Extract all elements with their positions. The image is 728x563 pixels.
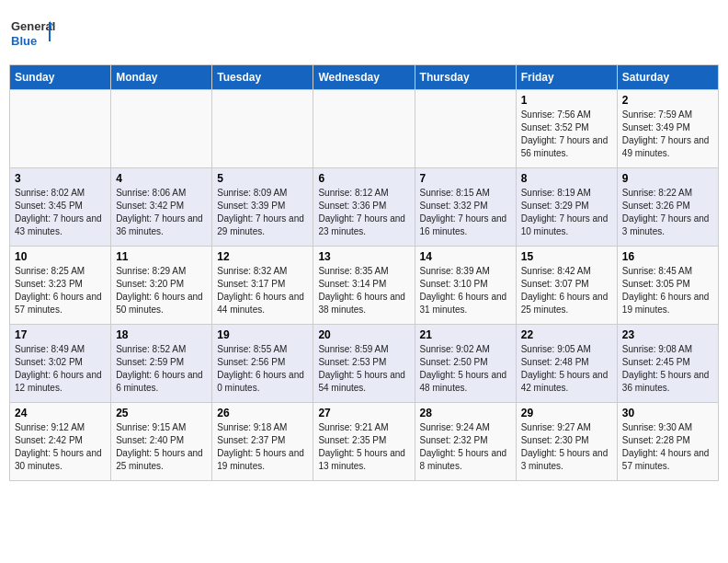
calendar-cell: 20Sunrise: 8:59 AM Sunset: 2:53 PM Dayli… bbox=[313, 325, 415, 403]
day-number: 12 bbox=[217, 250, 308, 263]
calendar-cell: 9Sunrise: 8:22 AM Sunset: 3:26 PM Daylig… bbox=[617, 168, 718, 247]
day-info: Sunrise: 8:25 AM Sunset: 3:23 PM Dayligh… bbox=[15, 265, 106, 316]
day-number: 17 bbox=[15, 328, 106, 341]
calendar-cell: 4Sunrise: 8:06 AM Sunset: 3:42 PM Daylig… bbox=[111, 168, 212, 247]
day-number: 3 bbox=[15, 172, 106, 185]
day-number: 4 bbox=[116, 172, 207, 185]
day-info: Sunrise: 7:56 AM Sunset: 3:52 PM Dayligh… bbox=[521, 109, 612, 160]
calendar-week-row: 3Sunrise: 8:02 AM Sunset: 3:45 PM Daylig… bbox=[10, 168, 719, 247]
svg-text:General: General bbox=[11, 19, 55, 33]
calendar-cell: 26Sunrise: 9:18 AM Sunset: 2:37 PM Dayli… bbox=[212, 403, 313, 481]
day-number: 28 bbox=[420, 407, 511, 419]
day-info: Sunrise: 8:22 AM Sunset: 3:26 PM Dayligh… bbox=[622, 187, 713, 238]
calendar-cell: 25Sunrise: 9:15 AM Sunset: 2:40 PM Dayli… bbox=[111, 403, 212, 481]
calendar-cell: 29Sunrise: 9:27 AM Sunset: 2:30 PM Dayli… bbox=[516, 403, 617, 481]
day-info: Sunrise: 7:59 AM Sunset: 3:49 PM Dayligh… bbox=[622, 109, 713, 160]
day-info: Sunrise: 8:09 AM Sunset: 3:39 PM Dayligh… bbox=[217, 187, 308, 238]
day-info: Sunrise: 9:18 AM Sunset: 2:37 PM Dayligh… bbox=[217, 421, 308, 473]
logo-svg: General Blue bbox=[9, 14, 55, 55]
day-number: 6 bbox=[318, 172, 409, 185]
calendar-week-row: 1Sunrise: 7:56 AM Sunset: 3:52 PM Daylig… bbox=[10, 90, 719, 168]
day-number: 10 bbox=[15, 250, 106, 263]
calendar-cell: 8Sunrise: 8:19 AM Sunset: 3:29 PM Daylig… bbox=[516, 168, 617, 247]
day-info: Sunrise: 8:32 AM Sunset: 3:17 PM Dayligh… bbox=[217, 265, 308, 316]
day-number: 8 bbox=[521, 172, 612, 185]
day-info: Sunrise: 9:30 AM Sunset: 2:28 PM Dayligh… bbox=[622, 421, 713, 473]
day-info: Sunrise: 8:19 AM Sunset: 3:29 PM Dayligh… bbox=[521, 187, 612, 238]
day-number: 25 bbox=[116, 407, 207, 419]
day-number: 19 bbox=[217, 328, 308, 341]
calendar-week-row: 10Sunrise: 8:25 AM Sunset: 3:23 PM Dayli… bbox=[10, 247, 719, 325]
day-number: 16 bbox=[622, 250, 713, 263]
day-number: 13 bbox=[318, 250, 409, 263]
calendar-cell bbox=[10, 90, 111, 168]
calendar-cell bbox=[212, 90, 313, 168]
header: General Blue bbox=[9, 9, 719, 55]
day-info: Sunrise: 8:35 AM Sunset: 3:14 PM Dayligh… bbox=[318, 265, 409, 316]
calendar-header-row: SundayMondayTuesdayWednesdayThursdayFrid… bbox=[10, 65, 719, 90]
day-number: 15 bbox=[521, 250, 612, 263]
calendar-cell: 21Sunrise: 9:02 AM Sunset: 2:50 PM Dayli… bbox=[415, 325, 516, 403]
calendar-week-row: 24Sunrise: 9:12 AM Sunset: 2:42 PM Dayli… bbox=[10, 403, 719, 481]
day-info: Sunrise: 9:27 AM Sunset: 2:30 PM Dayligh… bbox=[521, 421, 612, 473]
calendar-cell: 23Sunrise: 9:08 AM Sunset: 2:45 PM Dayli… bbox=[617, 325, 718, 403]
day-number: 22 bbox=[521, 328, 612, 341]
day-number: 21 bbox=[420, 328, 511, 341]
calendar-cell: 5Sunrise: 8:09 AM Sunset: 3:39 PM Daylig… bbox=[212, 168, 313, 247]
calendar-header-saturday: Saturday bbox=[617, 65, 718, 90]
calendar-week-row: 17Sunrise: 8:49 AM Sunset: 3:02 PM Dayli… bbox=[10, 325, 719, 403]
day-info: Sunrise: 8:39 AM Sunset: 3:10 PM Dayligh… bbox=[420, 265, 511, 316]
day-number: 2 bbox=[622, 94, 713, 107]
day-number: 18 bbox=[116, 328, 207, 341]
day-number: 30 bbox=[622, 407, 713, 419]
calendar-cell: 16Sunrise: 8:45 AM Sunset: 3:05 PM Dayli… bbox=[617, 247, 718, 325]
calendar-cell: 7Sunrise: 8:15 AM Sunset: 3:32 PM Daylig… bbox=[415, 168, 516, 247]
day-number: 26 bbox=[217, 407, 308, 419]
calendar-cell: 22Sunrise: 9:05 AM Sunset: 2:48 PM Dayli… bbox=[516, 325, 617, 403]
day-number: 5 bbox=[217, 172, 308, 185]
day-info: Sunrise: 8:15 AM Sunset: 3:32 PM Dayligh… bbox=[420, 187, 511, 238]
logo: General Blue bbox=[9, 14, 55, 55]
calendar-cell: 18Sunrise: 8:52 AM Sunset: 2:59 PM Dayli… bbox=[111, 325, 212, 403]
calendar-header-sunday: Sunday bbox=[10, 65, 111, 90]
calendar-cell: 12Sunrise: 8:32 AM Sunset: 3:17 PM Dayli… bbox=[212, 247, 313, 325]
calendar-cell: 1Sunrise: 7:56 AM Sunset: 3:52 PM Daylig… bbox=[516, 90, 617, 168]
day-info: Sunrise: 9:15 AM Sunset: 2:40 PM Dayligh… bbox=[116, 421, 207, 473]
calendar-cell: 15Sunrise: 8:42 AM Sunset: 3:07 PM Dayli… bbox=[516, 247, 617, 325]
day-number: 24 bbox=[15, 407, 106, 419]
calendar-header-monday: Monday bbox=[111, 65, 212, 90]
day-info: Sunrise: 8:29 AM Sunset: 3:20 PM Dayligh… bbox=[116, 265, 207, 316]
calendar-cell: 17Sunrise: 8:49 AM Sunset: 3:02 PM Dayli… bbox=[10, 325, 111, 403]
calendar-cell: 30Sunrise: 9:30 AM Sunset: 2:28 PM Dayli… bbox=[617, 403, 718, 481]
calendar-cell: 6Sunrise: 8:12 AM Sunset: 3:36 PM Daylig… bbox=[313, 168, 415, 247]
day-info: Sunrise: 8:06 AM Sunset: 3:42 PM Dayligh… bbox=[116, 187, 207, 238]
calendar-cell: 28Sunrise: 9:24 AM Sunset: 2:32 PM Dayli… bbox=[415, 403, 516, 481]
day-info: Sunrise: 8:55 AM Sunset: 2:56 PM Dayligh… bbox=[217, 343, 308, 395]
calendar-header-thursday: Thursday bbox=[415, 65, 516, 90]
calendar-table: SundayMondayTuesdayWednesdayThursdayFrid… bbox=[9, 64, 719, 481]
calendar-cell: 3Sunrise: 8:02 AM Sunset: 3:45 PM Daylig… bbox=[10, 168, 111, 247]
day-info: Sunrise: 9:05 AM Sunset: 2:48 PM Dayligh… bbox=[521, 343, 612, 395]
calendar-cell: 2Sunrise: 7:59 AM Sunset: 3:49 PM Daylig… bbox=[617, 90, 718, 168]
calendar-cell bbox=[415, 90, 516, 168]
calendar-cell: 27Sunrise: 9:21 AM Sunset: 2:35 PM Dayli… bbox=[313, 403, 415, 481]
day-number: 1 bbox=[521, 94, 612, 107]
calendar-cell: 14Sunrise: 8:39 AM Sunset: 3:10 PM Dayli… bbox=[415, 247, 516, 325]
calendar-header-friday: Friday bbox=[516, 65, 617, 90]
day-info: Sunrise: 9:08 AM Sunset: 2:45 PM Dayligh… bbox=[622, 343, 713, 395]
calendar-cell bbox=[111, 90, 212, 168]
day-number: 14 bbox=[420, 250, 511, 263]
day-number: 11 bbox=[116, 250, 207, 263]
day-info: Sunrise: 8:59 AM Sunset: 2:53 PM Dayligh… bbox=[318, 343, 409, 395]
day-number: 20 bbox=[318, 328, 409, 341]
svg-text:Blue: Blue bbox=[11, 34, 37, 48]
calendar-header-tuesday: Tuesday bbox=[212, 65, 313, 90]
day-info: Sunrise: 8:12 AM Sunset: 3:36 PM Dayligh… bbox=[318, 187, 409, 238]
day-info: Sunrise: 8:49 AM Sunset: 3:02 PM Dayligh… bbox=[15, 343, 106, 395]
day-number: 27 bbox=[318, 407, 409, 419]
day-info: Sunrise: 9:24 AM Sunset: 2:32 PM Dayligh… bbox=[420, 421, 511, 473]
day-number: 7 bbox=[420, 172, 511, 185]
calendar-header-wednesday: Wednesday bbox=[313, 65, 415, 90]
day-info: Sunrise: 8:42 AM Sunset: 3:07 PM Dayligh… bbox=[521, 265, 612, 316]
day-number: 9 bbox=[622, 172, 713, 185]
